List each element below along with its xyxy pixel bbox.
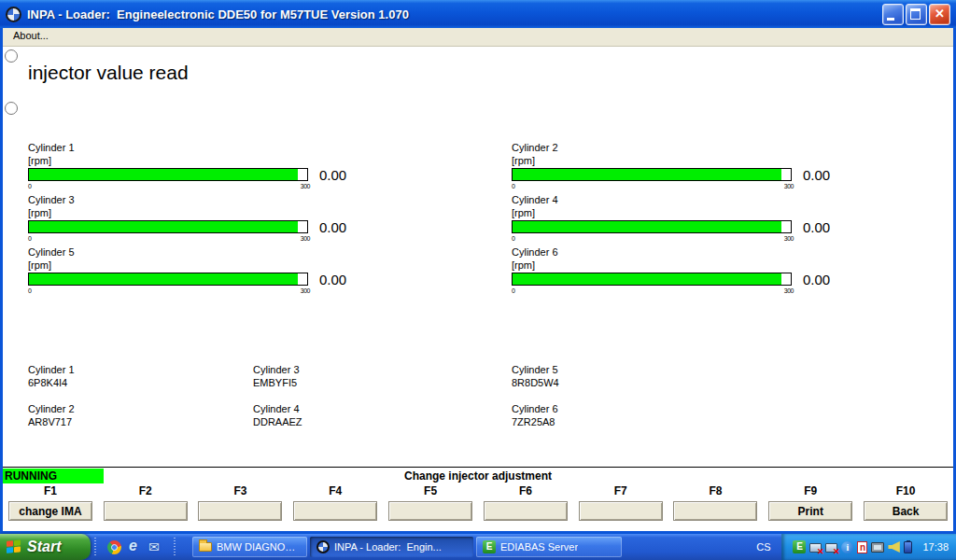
bmw-icon [316,540,330,553]
folder-icon [199,542,212,552]
gauge-value: 0.00 [319,219,346,235]
code-value: DDRAAEZ [253,415,512,428]
code-cylinder-2: Cylinder 2 AR8V717 [28,402,253,428]
f4-button[interactable] [293,501,377,521]
code-cylinder-1: Cylinder 1 6P8K4I4 [28,363,253,389]
f10-back-button[interactable]: Back [864,501,948,521]
gauge-scale: 0 300 [28,234,310,243]
code-cylinder-4: Cylinder 4 DDRAAEZ [253,402,512,428]
gauge-bar [512,220,792,233]
f9-print-button[interactable]: Print [768,501,852,521]
gauge-value: 0.00 [803,219,830,235]
gauge-unit: [rpm] [512,206,830,219]
volume-icon[interactable] [888,541,900,553]
battery-icon[interactable] [904,541,912,553]
gauge-scale: 0 300 [28,287,310,295]
gauge-bar [28,168,308,181]
gauge-bar-fill [29,273,298,285]
gauge-bar-fill [513,169,781,180]
network-offline-icon[interactable] [809,543,822,553]
f1-change-ima-button[interactable]: change IMA [8,501,92,521]
scale-min: 0 [28,287,31,295]
gauge-value: 0.00 [319,272,346,287]
task-bmw-diagnostika[interactable]: BMW DIAGNOSTIKA [192,537,307,557]
code-cylinder-5: Cylinder 5 8R8D5W4 [512,363,559,389]
desktop-screen: INPA - Loader: Engineelectronic DDE50 fo… [0,0,956,560]
scale-min: 0 [512,287,514,295]
scale-max: 300 [301,234,310,243]
code-value: AR8V717 [28,415,253,428]
chrome-icon[interactable] [107,540,121,554]
gauge-bar-fill [29,221,298,232]
fkey-label-f5: F5 [383,484,478,499]
gauge-bar [28,220,308,233]
fkey-label-f8: F8 [668,484,764,499]
scale-min: 0 [512,234,514,243]
gauge-label: Cylinder 1 [28,141,512,154]
display-icon[interactable] [871,542,884,553]
gauge-cylinder-2: Cylinder 2 [rpm] 0.00 0 300 [512,141,830,193]
gauge-scale: 0 300 [512,182,794,190]
taskbar: Start BMW DIAGNOSTIKA INPA - Loader: Eng… [0,534,956,560]
code-label: Cylinder 3 [253,363,512,376]
window-body: About... injector value read Cylinder 1 … [3,28,953,531]
close-button[interactable] [929,4,950,25]
gauge-cylinder-5: Cylinder 5 [rpm] 0.00 0 300 [28,245,512,298]
scale-max: 300 [301,287,310,295]
scale-min: 0 [28,234,31,243]
status-indicator-circle-icon [5,49,18,63]
outlook-express-icon[interactable] [148,540,162,554]
gauge-scale: 0 300 [512,287,794,295]
red-app-icon[interactable] [857,541,867,553]
panel-title: Change injector adjustment [3,468,953,484]
injector-code-grid: Cylinder 1 6P8K4I4 Cylinder 3 EMBYFI5 Cy… [28,363,559,428]
gauge-unit: [rpm] [28,259,512,272]
scale-max: 300 [784,182,794,190]
fkey-button-row: change IMA Print Back [3,501,953,521]
minimize-button[interactable] [882,4,904,25]
gauge-label: Cylinder 2 [512,141,830,154]
maximize-button[interactable] [906,4,927,25]
code-value: 8R8D5W4 [512,376,559,389]
scale-max: 300 [784,234,794,243]
f7-button[interactable] [579,501,663,521]
task-label: EDIABAS Server [500,541,578,553]
client-area: injector value read Cylinder 1 [rpm] 0.0… [3,47,953,531]
f8-button[interactable] [673,501,757,521]
fkey-label-f4: F4 [288,484,383,499]
task-ediabas-server[interactable]: EDIABAS Server [476,537,622,557]
fkey-label-row: F1 F2 F3 F4 F5 F6 F7 F8 F9 F10 [3,484,953,499]
f2-button[interactable] [104,501,188,521]
gauge-scale: 0 300 [28,182,310,190]
toolbar-handle[interactable] [92,538,98,556]
f3-button[interactable] [198,501,282,521]
internet-explorer-icon[interactable] [128,540,142,554]
gauge-label: Cylinder 5 [28,245,512,259]
menu-about[interactable]: About... [9,30,52,41]
gauge-cylinder-6: Cylinder 6 [rpm] 0.00 0 300 [512,245,830,298]
gauge-bar-fill [29,169,298,180]
window-controls [882,4,950,25]
code-label: Cylinder 1 [28,363,253,376]
network-offline-2-icon[interactable] [825,543,837,553]
gauge-unit: [rpm] [28,206,512,219]
language-indicator[interactable]: CS [745,541,781,553]
gauge-bar [512,168,792,181]
code-label: Cylinder 2 [28,402,253,415]
scale-min: 0 [28,182,31,190]
titlebar[interactable]: INPA - Loader: Engineelectronic DDE50 fo… [0,0,956,28]
code-label: Cylinder 6 [512,402,559,415]
start-button[interactable]: Start [0,534,91,560]
info-icon[interactable] [841,541,853,553]
gauge-label: Cylinder 4 [512,193,830,206]
fkey-label-f7: F7 [573,484,668,499]
toolbar-handle[interactable] [172,538,177,556]
gauge-unit: [rpm] [512,154,830,167]
task-inpa-loader[interactable]: INPA - Loader: Engin... [310,537,473,557]
f6-button[interactable] [484,501,568,521]
function-key-panel: RUNNING Change injector adjustment F1 F2… [3,467,953,531]
ediabas-tray-icon[interactable] [793,540,806,553]
f5-button[interactable] [388,501,472,521]
gauge-scale: 0 300 [512,234,794,243]
code-label: Cylinder 5 [512,363,559,376]
